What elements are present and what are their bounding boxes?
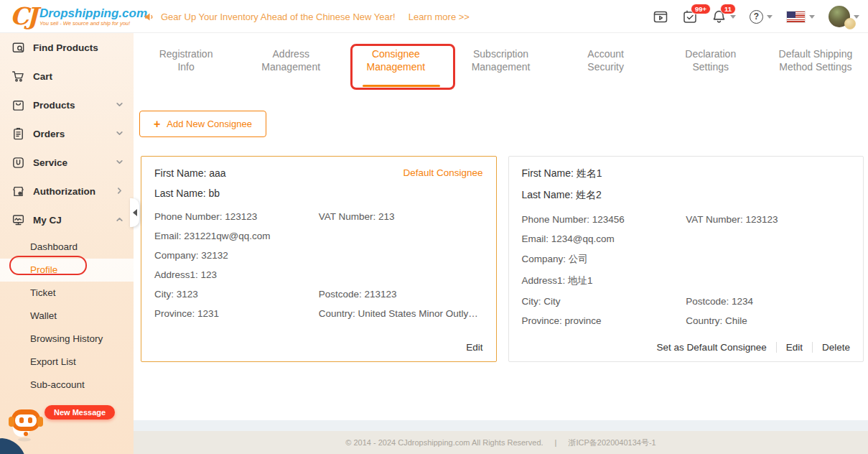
sidebar-item-my-cj[interactable]: My CJ [0,205,134,234]
sidebar-item-dashboard[interactable]: Dashboard [0,236,134,259]
my-cj-dashboard-icon [11,213,25,227]
sidebar-item-browsing-history[interactable]: Browsing History [0,328,134,351]
city-value: City: City [522,296,686,307]
sidebar-item-label: Cart [33,71,52,82]
country-value: Country: Chile [686,315,850,326]
default-consignee-badge: Default Consignee [403,167,482,179]
tab-consignee-management[interactable]: Consignee Management [343,45,448,73]
video-icon [653,9,668,24]
active-tab-underline [363,85,440,87]
service-icon [11,156,25,170]
sidebar-item-authorization[interactable]: Authorization [0,177,134,205]
tab-account-security[interactable]: Account Security [554,45,658,73]
consignee-card: First Name: 姓名1 Last Name: 姓名2 Phone Num… [508,156,864,362]
plus-icon: + [154,119,160,130]
notifications-button[interactable]: 11 [711,9,736,24]
cj-logo[interactable]: CJ Dropshipping.com You sell - We source… [10,2,147,31]
coin-badge-icon [844,18,856,29]
cj-logo-wordmark: Dropshipping.com [39,6,147,20]
speaker-icon [144,11,156,23]
tasks-button[interactable]: 99+ [682,9,698,24]
find-products-icon [11,41,25,55]
last-name-value: Last Name: bb [154,187,220,199]
vat-value: VAT Number: 213 [319,211,483,222]
chevron-down-icon [116,101,123,108]
orders-clipboard-icon [11,127,25,141]
chevron-down-icon [809,15,815,19]
postcode-value: Postcode: 1234 [686,296,850,307]
sidebar-item-orders[interactable]: Orders [0,119,134,148]
phone-value: Phone Number: 123123 [154,211,319,222]
chevron-down-icon [730,15,736,19]
sidebar-item-service[interactable]: Service [0,148,134,177]
sidebar-item-ticket[interactable]: Ticket [0,282,134,305]
footer: © 2014 - 2024 CJdropshipping.com All Rig… [134,431,868,454]
announcement-banner: Gear Up Your Inventory Ahead of the Chin… [144,0,470,33]
new-message-badge[interactable]: New Message [45,405,115,420]
video-tutorials-button[interactable] [653,9,668,24]
sidebar-item-label: My CJ [33,215,62,226]
notifications-count-badge: 11 [720,4,736,14]
sidebar-item-wallet[interactable]: Wallet [0,305,134,328]
add-new-consignee-button[interactable]: + Add New Consignee [139,111,266,137]
products-bag-icon [11,98,25,112]
consignee-card-default: First Name: aaa Default Consignee Last N… [141,156,497,362]
my-cj-submenu: Dashboard Profile Ticket Wallet Browsing… [0,236,134,397]
language-selector[interactable] [786,11,815,23]
set-as-default-consignee-button[interactable]: Set as Default Consignee [648,342,776,353]
edit-button[interactable]: Edit [776,342,812,353]
sidebar-item-find-products[interactable]: Find Products [0,33,134,62]
edit-button[interactable]: Edit [457,342,484,353]
question-mark-icon: ? [750,10,763,24]
last-name-value: Last Name: 姓名2 [522,189,602,202]
chevron-right-icon [116,187,123,195]
announcement-learn-more-link[interactable]: Learn more >> [409,11,470,22]
chevron-down-icon [767,15,773,19]
tab-registration-info[interactable]: Registration Info [134,45,238,73]
email-value: Email: 1234@qq.com [522,233,851,244]
top-bar: CJ Dropshipping.com You sell - We source… [0,0,868,33]
account-menu-button[interactable] [829,6,859,27]
company-value: Company: 公司 [522,253,851,266]
sidebar-item-label: Orders [33,129,65,139]
tasks-count-badge: 99+ [691,4,711,14]
sidebar-item-label: Service [33,157,67,168]
avatar [829,6,850,27]
sidebar-item-label: Find Products [33,42,98,53]
sidebar-item-sub-account[interactable]: Sub-account [0,374,134,397]
tab-declaration-settings[interactable]: Declaration Settings [658,45,763,73]
province-value: Province: 1231 [154,308,319,319]
sidebar-collapse-handle[interactable] [130,198,139,227]
chevron-down-icon [854,15,859,19]
sidebar-item-products[interactable]: Products [0,91,134,119]
vat-value: VAT Number: 123123 [686,214,850,225]
authorization-store-icon [11,185,25,198]
sidebar-item-label: Authorization [33,186,95,197]
address1-value: Address1: 地址1 [522,274,851,287]
sidebar-item-label: Products [33,100,75,111]
country-value: Country: United States Minor Outlying Is… [319,308,483,319]
sidebar-item-export-list[interactable]: Export List [0,351,134,374]
main-content: Registration Info Address Management Con… [134,33,868,420]
chevron-left-icon [133,209,137,216]
first-name-value: First Name: 姓名1 [522,167,602,180]
profile-tabs: Registration Info Address Management Con… [134,45,868,73]
sidebar-item-profile[interactable]: Profile [0,259,134,282]
delete-button[interactable]: Delete [812,342,851,353]
tab-default-shipping-method-settings[interactable]: Default Shipping Method Settings [763,45,868,73]
tab-address-management[interactable]: Address Management [238,45,343,73]
chevron-down-icon [116,158,123,166]
sidebar: Find Products Cart Products Orders Servi… [0,33,134,454]
province-value: Province: province [522,315,686,326]
add-new-consignee-label: Add New Consignee [167,119,252,129]
help-menu-button[interactable]: ? [750,10,773,24]
us-flag-icon [786,11,806,23]
chat-robot-mascot[interactable] [6,402,46,445]
chevron-up-icon [116,216,123,223]
company-value: Company: 32132 [154,250,483,261]
first-name-value: First Name: aaa [154,167,226,179]
cj-logo-monogram: CJ [10,2,36,31]
sidebar-item-cart[interactable]: Cart [0,62,134,91]
tab-subscription-management[interactable]: Subscription Management [448,45,553,73]
cj-logo-tagline: You sell - We source and ship for you! [39,20,147,27]
